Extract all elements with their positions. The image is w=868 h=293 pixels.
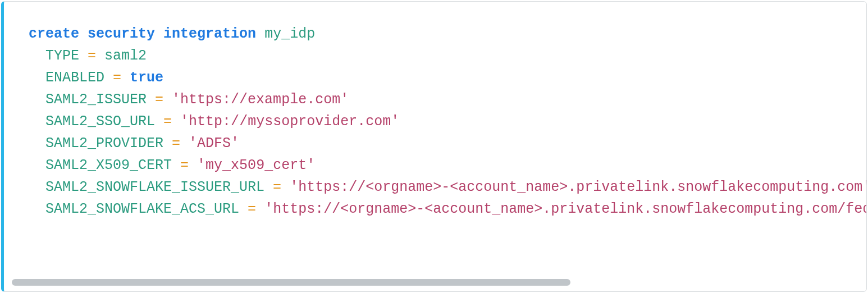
string-literal: 'my_x509_cert' bbox=[197, 157, 315, 173]
param-key: SAML2_ISSUER bbox=[45, 91, 147, 108]
string-literal: 'https://<orgname>-<account_name>.privat… bbox=[290, 179, 866, 195]
integration-name: my_idp bbox=[264, 26, 315, 42]
string-literal: 'http://myssoprovider.com' bbox=[180, 113, 399, 130]
param-key: ENABLED bbox=[45, 70, 104, 86]
equals-op: = bbox=[155, 91, 163, 108]
param-key: SAML2_SNOWFLAKE_ACS_URL bbox=[45, 201, 239, 217]
equals-op: = bbox=[180, 157, 189, 173]
horizontal-scrollbar[interactable] bbox=[12, 279, 858, 286]
code-block: create security integration my_idp TYPE … bbox=[1, 1, 867, 292]
param-key: SAML2_PROVIDER bbox=[45, 135, 163, 152]
equals-op: = bbox=[172, 135, 180, 152]
code-content: create security integration my_idp TYPE … bbox=[29, 23, 842, 220]
param-key: SAML2_X509_CERT bbox=[45, 157, 172, 173]
keyword-integration: integration bbox=[163, 26, 256, 42]
scrollbar-thumb[interactable] bbox=[12, 279, 570, 286]
equals-op: = bbox=[248, 201, 256, 217]
param-key: SAML2_SSO_URL bbox=[45, 113, 155, 130]
keyword-create: create bbox=[29, 26, 79, 42]
equals-op: = bbox=[273, 179, 281, 195]
string-literal: 'https://example.com' bbox=[172, 91, 349, 108]
equals-op: = bbox=[88, 48, 96, 64]
param-value: saml2 bbox=[104, 48, 147, 64]
equals-op: = bbox=[113, 70, 121, 86]
string-literal: 'ADFS' bbox=[189, 135, 239, 152]
string-literal: 'https://<orgname>-<account_name>.privat… bbox=[264, 201, 866, 217]
keyword-security: security bbox=[88, 26, 155, 42]
param-key: SAML2_SNOWFLAKE_ISSUER_URL bbox=[45, 179, 264, 195]
boolean-true: true bbox=[130, 70, 163, 86]
param-key: TYPE bbox=[45, 48, 79, 64]
code-scroll-area[interactable]: create security integration my_idp TYPE … bbox=[4, 23, 866, 278]
equals-op: = bbox=[163, 113, 172, 130]
